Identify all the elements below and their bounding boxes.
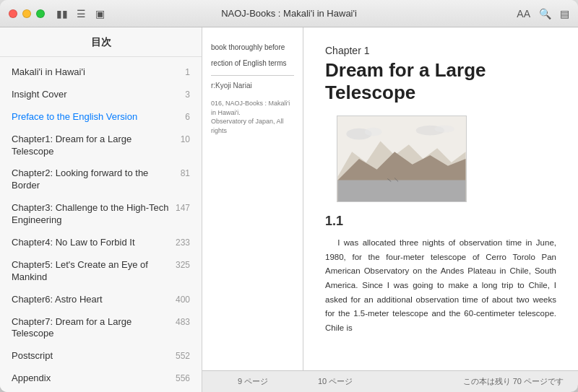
toc-page-5: 147 <box>176 203 190 213</box>
toc-page-0: 1 <box>185 67 190 77</box>
toc-label-10: Postscript <box>12 350 170 362</box>
toc-label-5: Chapter3: Challenge to the High-Tech Eng… <box>12 202 170 227</box>
toc-label-2: Preface to the English Version <box>12 111 179 123</box>
toc-label-1: Insight Cover <box>12 89 179 101</box>
titlebar: ▮▮ ☰ ▣ NAOJ-Books : Makali'i in Hawai'i … <box>0 0 578 27</box>
share-icon[interactable]: ▤ <box>560 8 569 19</box>
toc-item-1[interactable]: Insight Cover3 <box>0 84 202 106</box>
left-footer: 9 ページ <box>202 370 303 392</box>
close-button[interactable] <box>9 9 17 18</box>
pages-remaining: この本は残り 70 ページです <box>463 376 564 387</box>
pages-container: book thoroughly before rection of Englis… <box>202 27 578 370</box>
chapter-text: I was allocated three nights of observat… <box>325 236 556 335</box>
toc-label-6: Chapter4: No Law to Forbid It <box>12 237 170 249</box>
svg-point-9 <box>434 126 454 133</box>
chapter-paragraph: I was allocated three nights of observat… <box>325 236 556 335</box>
left-page: book thoroughly before rection of Englis… <box>202 27 303 370</box>
toc-page-9: 483 <box>176 317 190 327</box>
section-number: 1.1 <box>325 214 556 229</box>
chapter-title: Dream for a Large Telescope <box>325 59 556 104</box>
toolbar-icons: ▮▮ ☰ ▣ <box>56 8 105 19</box>
book-area: book thoroughly before rection of Englis… <box>202 27 578 392</box>
right-page-number: 10 ページ <box>318 376 353 387</box>
toc-page-10: 552 <box>176 351 190 361</box>
toc-page-6: 233 <box>176 238 190 248</box>
toc-icon[interactable]: ☰ <box>75 8 87 19</box>
svg-rect-3 <box>338 180 466 202</box>
left-text-2: rection of English terms <box>211 58 294 69</box>
toc-page-2: 6 <box>185 112 190 122</box>
traffic-lights <box>9 9 45 18</box>
fullscreen-button[interactable] <box>36 9 45 18</box>
toc-page-7: 325 <box>176 260 190 270</box>
left-page-content: book thoroughly before rection of Englis… <box>211 42 294 135</box>
toc-item-11[interactable]: Appendix556 <box>0 367 202 390</box>
toc-item-7[interactable]: Chapter5: Let's Create an Eye of Mankind… <box>0 254 202 289</box>
toc-item-9[interactable]: Chapter7: Dream for a Large Telescope483 <box>0 311 202 346</box>
toc-item-0[interactable]: Makali'i in Hawai'i1 <box>0 61 202 84</box>
toc-label-8: Chapter6: Astro Heart <box>12 294 170 306</box>
toc-label-11: Appendix <box>12 373 170 385</box>
left-page-number: 9 ページ <box>238 376 268 387</box>
footer-bar: 9 ページ 10 ページ この本は残り 70 ページです <box>202 370 578 392</box>
toc-page-8: 400 <box>176 295 190 305</box>
window-title: NAOJ-Books : Makali'i in Hawai'i <box>221 8 357 19</box>
titlebar-right-controls: AA 🔍 ▤ <box>517 8 569 19</box>
right-page: Chapter 1 Dream for a Large Telescope <box>303 27 578 370</box>
toc-header: 目次 <box>0 27 202 57</box>
copy-line-2: Observatory of Japan, All rights <box>211 117 294 135</box>
toc-item-6[interactable]: Chapter4: No Law to Forbid It233 <box>0 232 202 254</box>
toc-item-4[interactable]: Chapter2: Looking forward to the Border8… <box>0 162 202 197</box>
chapter-label: Chapter 1 <box>325 45 556 56</box>
chapter-illustration <box>337 116 467 202</box>
svg-point-7 <box>365 128 382 136</box>
toc-page-3: 10 <box>181 134 190 144</box>
toc-page-4: 81 <box>181 168 190 178</box>
toc-page-11: 556 <box>176 373 190 383</box>
library-icon[interactable]: ▮▮ <box>56 8 68 19</box>
author-line: r:Kyoji Nariai <box>211 75 294 92</box>
sidebar-toc: 目次 Makali'i in Hawai'i1Insight Cover3Pre… <box>0 27 202 392</box>
toc-label-0: Makali'i in Hawai'i <box>12 66 179 79</box>
toc-label-9: Chapter7: Dream for a Large Telescope <box>12 316 170 341</box>
minimize-button[interactable] <box>22 9 31 18</box>
toc-label-4: Chapter2: Looking forward to the Border <box>12 167 175 192</box>
copyright-1: 016, NAOJ-Books : Makali'i in Hawai'i. O… <box>211 99 294 135</box>
toc-label-3: Chapter1: Dream for a Large Telescope <box>12 134 175 158</box>
left-text-1: book thoroughly before <box>211 42 294 53</box>
search-icon[interactable]: 🔍 <box>539 8 551 19</box>
toc-label-7: Chapter5: Let's Create an Eye of Mankind <box>12 259 170 284</box>
toc-item-2[interactable]: Preface to the English Version6 <box>0 106 202 129</box>
toc-item-8[interactable]: Chapter6: Astro Heart400 <box>0 289 202 311</box>
font-size-icon[interactable]: AA <box>517 8 530 19</box>
copy-line-1: 016, NAOJ-Books : Makali'i in Hawai'i. <box>211 99 294 117</box>
toc-item-5[interactable]: Chapter3: Challenge to the High-Tech Eng… <box>0 197 202 232</box>
toc-item-3[interactable]: Chapter1: Dream for a Large Telescope10 <box>0 129 202 163</box>
bookmarks-icon[interactable]: ▣ <box>94 8 105 19</box>
main-window: ▮▮ ☰ ▣ NAOJ-Books : Makali'i in Hawai'i … <box>0 0 578 392</box>
right-footer: 10 ページ この本は残り 70 ページです <box>303 370 578 392</box>
main-content: 目次 Makali'i in Hawai'i1Insight Cover3Pre… <box>0 27 578 392</box>
mountain-sketch-svg <box>337 116 466 201</box>
toc-list[interactable]: Makali'i in Hawai'i1Insight Cover3Prefac… <box>0 57 202 392</box>
toc-page-1: 3 <box>185 90 190 100</box>
toc-item-10[interactable]: Postscript552 <box>0 345 202 367</box>
